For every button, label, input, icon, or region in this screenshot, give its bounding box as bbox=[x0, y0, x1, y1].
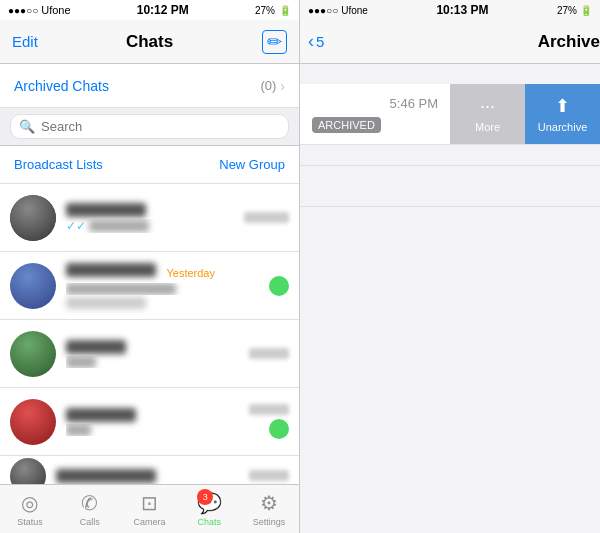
left-time: 10:12 PM bbox=[137, 3, 189, 17]
battery-percent: 27% bbox=[255, 5, 275, 16]
avatar-4 bbox=[10, 399, 56, 445]
chat-meta-3 bbox=[249, 348, 289, 359]
camera-icon: ⊡ bbox=[141, 491, 158, 515]
settings-icon: ⚙ bbox=[260, 491, 278, 515]
chat-time-5 bbox=[249, 470, 289, 481]
archived-chats-row[interactable]: Archived Chats (0) › bbox=[0, 64, 299, 108]
right-signal: ●●●○○ bbox=[308, 5, 338, 16]
calls-icon: ✆ bbox=[81, 491, 98, 515]
edit-button[interactable]: Edit bbox=[12, 33, 38, 50]
chat-name-4 bbox=[66, 408, 136, 422]
right-panel: ●●●○○ Ufone 10:13 PM 27% 🔋 ‹ 5 Archived … bbox=[300, 0, 600, 533]
tab-settings[interactable]: ⚙ Settings bbox=[239, 485, 299, 533]
archived-badge-text: ARCHIVED bbox=[312, 117, 381, 133]
status-icon: ◎ bbox=[21, 491, 38, 515]
unread-badge-4 bbox=[269, 419, 289, 439]
avatar-3 bbox=[10, 331, 56, 377]
chat-time-3 bbox=[249, 348, 289, 359]
compose-button[interactable]: ✏ bbox=[262, 31, 287, 53]
chat-item-3[interactable] bbox=[0, 320, 299, 388]
chat-preview-2 bbox=[66, 283, 259, 295]
left-panel: ●●●○○ Ufone 10:12 PM 27% 🔋 Edit Chats ✏ … bbox=[0, 0, 300, 533]
left-status-bar-left: ●●●○○ Ufone bbox=[8, 4, 71, 16]
broadcast-row: Broadcast Lists New Group bbox=[0, 146, 299, 184]
avatar-2 bbox=[10, 263, 56, 309]
right-nav-bar: ‹ 5 Archived Chats bbox=[300, 20, 600, 64]
unread-badge-2 bbox=[269, 276, 289, 296]
unarchive-icon: ⬆ bbox=[555, 95, 570, 117]
search-input-wrap[interactable]: 🔍 bbox=[10, 114, 289, 139]
left-status-bar: ●●●○○ Ufone 10:12 PM 27% 🔋 bbox=[0, 0, 299, 20]
chat-list: ✓✓ Yesterday bbox=[0, 184, 299, 484]
avatar-5 bbox=[10, 458, 46, 485]
compose-icon: ✏ bbox=[262, 30, 287, 54]
tab-status-label: Status bbox=[17, 517, 43, 527]
broadcast-lists-button[interactable]: Broadcast Lists bbox=[14, 157, 103, 172]
separator-1 bbox=[300, 144, 600, 145]
double-tick-1: ✓✓ bbox=[66, 219, 86, 233]
chat-item-4[interactable] bbox=[0, 388, 299, 456]
avatar-1 bbox=[10, 195, 56, 241]
separator-3 bbox=[300, 206, 600, 207]
tab-chats-label: Chats bbox=[198, 517, 222, 527]
chat-item-5[interactable] bbox=[0, 456, 299, 484]
signal-dots: ●●●○○ bbox=[8, 5, 38, 16]
chat-meta-4 bbox=[249, 404, 289, 439]
archived-count: (0) › bbox=[260, 78, 285, 94]
archived-chevron: › bbox=[280, 78, 285, 94]
chat-content-5 bbox=[56, 469, 239, 483]
search-input[interactable] bbox=[41, 119, 280, 134]
preview-text-1 bbox=[89, 220, 149, 232]
chat-name-5 bbox=[56, 469, 156, 483]
chat-preview-3 bbox=[66, 356, 239, 368]
new-group-button[interactable]: New Group bbox=[219, 157, 285, 172]
unarchive-button[interactable]: ⬆ Unarchive bbox=[525, 84, 600, 144]
chat-content-1: ✓✓ bbox=[66, 203, 234, 233]
archived-label: Archived Chats bbox=[14, 78, 109, 94]
preview-text-2 bbox=[66, 283, 176, 295]
swipe-actions-area: 5:46 PM ARCHIVED ··· More ⬆ Unarchive bbox=[300, 64, 600, 299]
tab-camera[interactable]: ⊡ Camera bbox=[120, 485, 180, 533]
tab-status[interactable]: ◎ Status bbox=[0, 485, 60, 533]
tab-calls[interactable]: ✆ Calls bbox=[60, 485, 120, 533]
archived-count-value: (0) bbox=[260, 78, 276, 93]
search-bar-container: 🔍 bbox=[0, 108, 299, 146]
chat-meta-2 bbox=[269, 276, 289, 296]
right-empty-area bbox=[300, 299, 600, 534]
search-icon: 🔍 bbox=[19, 119, 35, 134]
back-button[interactable]: ‹ 5 bbox=[308, 31, 324, 52]
preview-text-4 bbox=[66, 424, 91, 436]
chat-name-2 bbox=[66, 263, 156, 277]
swipe-time: 5:46 PM bbox=[312, 96, 438, 111]
chat-content-2: Yesterday bbox=[66, 263, 259, 309]
more-button[interactable]: ··· More bbox=[450, 84, 525, 144]
chat-content-3 bbox=[66, 340, 239, 368]
archived-badge: ARCHIVED bbox=[312, 115, 438, 133]
tab-chats[interactable]: 💬 Chats 3 bbox=[179, 485, 239, 533]
separator-2 bbox=[300, 165, 600, 166]
right-status-right: 27% 🔋 bbox=[557, 5, 592, 16]
battery-icon: 🔋 bbox=[279, 5, 291, 16]
chat-name-3 bbox=[66, 340, 126, 354]
preview-text-2b bbox=[66, 297, 146, 309]
chat-time-1 bbox=[244, 212, 289, 223]
carrier-name: Ufone bbox=[41, 4, 70, 16]
swipe-row: 5:46 PM ARCHIVED ··· More ⬆ Unarchive bbox=[300, 84, 600, 144]
tab-camera-label: Camera bbox=[133, 517, 165, 527]
swipe-action-buttons: ··· More ⬆ Unarchive bbox=[450, 84, 600, 144]
chat-time-4 bbox=[249, 404, 289, 415]
unarchive-label: Unarchive bbox=[538, 121, 588, 133]
nav-title: Chats bbox=[126, 32, 173, 52]
chat-item-2[interactable]: Yesterday bbox=[0, 252, 299, 320]
chat-preview-1: ✓✓ bbox=[66, 219, 234, 233]
right-battery-pct: 27% bbox=[557, 5, 577, 16]
right-battery-icon: 🔋 bbox=[580, 5, 592, 16]
chat-meta-1 bbox=[244, 212, 289, 223]
left-status-bar-right: 27% 🔋 bbox=[255, 5, 291, 16]
tab-bar: ◎ Status ✆ Calls ⊡ Camera 💬 Chats 3 ⚙ Se… bbox=[0, 484, 299, 533]
right-status-left: ●●●○○ Ufone bbox=[308, 5, 368, 16]
swipe-content: 5:46 PM ARCHIVED bbox=[300, 84, 450, 144]
right-status-bar: ●●●○○ Ufone 10:13 PM 27% 🔋 bbox=[300, 0, 600, 20]
chat-item-1[interactable]: ✓✓ bbox=[0, 184, 299, 252]
right-time: 10:13 PM bbox=[436, 3, 488, 17]
